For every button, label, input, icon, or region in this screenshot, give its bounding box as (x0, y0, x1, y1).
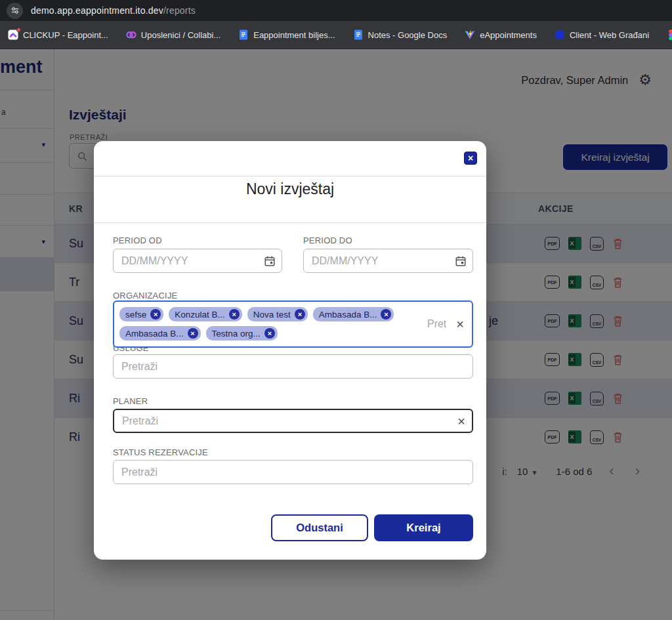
clear-icon[interactable]: × (456, 318, 464, 331)
bookmark-label: eAppointments (480, 30, 537, 40)
remove-chip-icon[interactable]: × (381, 309, 391, 320)
remove-chip-icon[interactable]: × (295, 309, 305, 320)
planer-label: PLANER (113, 396, 473, 406)
remove-chip-icon[interactable]: × (188, 328, 198, 339)
site-settings-icon[interactable] (7, 3, 23, 19)
new-report-modal: × Novi izvještaj PERIOD OD (94, 141, 486, 560)
clickup-icon (8, 30, 18, 40)
period-do-input[interactable] (303, 249, 473, 273)
submit-button[interactable]: Kreiraj (374, 514, 473, 541)
google-docs-icon (353, 30, 364, 40)
bookmark-label: Notes - Google Docs (368, 30, 448, 40)
remove-chip-icon[interactable]: × (150, 309, 161, 320)
calendar-icon[interactable] (264, 255, 276, 267)
browser-url-bar[interactable]: demo.app.eappointment.ito.dev/reports (0, 0, 672, 21)
calendar-icon[interactable] (455, 255, 467, 267)
notification-dot (16, 28, 21, 32)
org-chip: Testna org...× (206, 326, 278, 341)
organizacije-multiselect[interactable]: sefse× Konzulat B...× Nova test× Ambasad… (113, 300, 473, 348)
tune-icon (10, 6, 20, 15)
bookmarks-bar: CLICKUP - Eappoint... Uposlenici / Colla… (0, 21, 672, 49)
vite-icon (465, 30, 475, 40)
org-chip: Ambasada B...× (119, 326, 201, 341)
reports-page: ment a ▾ ▾ Pozdrav, Super Admin ⚙ Izvješ… (0, 49, 672, 620)
close-icon[interactable]: × (464, 152, 477, 165)
organizacije-label: ORGANIZACIJE (113, 291, 473, 300)
period-do-label: PERIOD DO (303, 236, 473, 245)
browser-window: demo.app.eappointment.ito.dev/reports CL… (0, 0, 672, 620)
planer-input[interactable] (113, 409, 473, 433)
usluge-input[interactable] (113, 354, 473, 379)
bookmark-label: Client - Web Građani (570, 30, 649, 40)
org-chip: Konzulat B...× (169, 307, 242, 321)
period-od-input[interactable] (113, 249, 282, 273)
remove-chip-icon[interactable]: × (264, 328, 275, 339)
overlapping-circles-icon (126, 30, 136, 40)
cancel-button[interactable]: Odustani (271, 514, 368, 541)
period-od-label: PERIOD OD (113, 236, 282, 245)
clear-icon[interactable]: × (457, 415, 465, 428)
new-report-form: PERIOD OD PERIOD DO (113, 222, 473, 541)
status-rezervacije-label: STATUS REZERVACIJE (113, 447, 473, 457)
url-text[interactable]: demo.app.eappointment.ito.dev/reports (31, 5, 196, 16)
divider (94, 176, 486, 176)
bookmark-label: Uposlenici / Collabi... (141, 30, 220, 40)
bookmark-client-web-gradani[interactable]: Client - Web Građani (555, 30, 649, 40)
bookmark-figma[interactable]: Figma (667, 30, 672, 40)
remove-chip-icon[interactable]: × (229, 309, 240, 320)
bookmark-clickup[interactable]: CLICKUP - Eappoint... (8, 30, 108, 40)
bookmark-label: Eappointment biljes... (253, 30, 335, 40)
bookmark-uposlenici[interactable]: Uposlenici / Collabi... (126, 30, 220, 40)
status-rezervacije-input[interactable] (113, 460, 473, 484)
google-docs-icon (238, 30, 249, 40)
figma-icon (667, 30, 672, 40)
org-chip: sefse× (119, 307, 163, 321)
organizacije-placeholder: Pret (427, 318, 446, 330)
org-chip: Ambasada B...× (313, 307, 394, 321)
org-chip: Nova test× (247, 307, 308, 321)
url-domain: demo.app.eappointment.ito.dev (31, 5, 163, 16)
modal-title: Novi izvještaj (94, 180, 486, 198)
bookmark-eappointments[interactable]: eAppointments (465, 30, 537, 40)
url-path: /reports (163, 5, 196, 16)
blue-circle-icon (555, 30, 565, 40)
bookmark-label: CLICKUP - Eappoint... (23, 30, 108, 40)
bookmark-notes[interactable]: Notes - Google Docs (353, 30, 448, 40)
bookmark-eappointment-biljeske[interactable]: Eappointment biljes... (238, 30, 335, 40)
